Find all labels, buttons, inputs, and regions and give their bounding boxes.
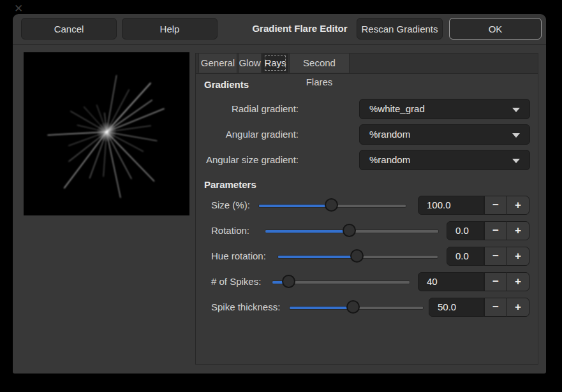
gradients-section-title: Gradients — [204, 79, 249, 90]
hue-rotation-row: Hue rotation: 0.0 − + — [13, 246, 546, 266]
chevron-down-icon — [512, 159, 520, 163]
tab-strip: General Glow Rays Second Flares — [196, 54, 538, 74]
tab-general[interactable]: General — [198, 54, 237, 73]
size-slider-fill — [259, 205, 332, 207]
close-icon[interactable]: ✕ — [14, 2, 23, 15]
angular-gradient-value: %random — [369, 129, 410, 140]
rotation-row: Rotation: 0.0 − + — [13, 221, 546, 241]
tab-focus-outline — [265, 55, 286, 71]
angular-size-gradient-value: %random — [369, 154, 410, 165]
screen: ✕ Cancel Help Gradient Flare Editor Resc… — [0, 0, 562, 392]
spike-thickness-slider[interactable] — [289, 306, 424, 310]
rescan-gradients-button[interactable]: Rescan Gradients — [357, 18, 443, 40]
tab-second-flares[interactable]: Second Flares — [289, 54, 350, 73]
size-value-field[interactable]: 100.0 — [418, 196, 484, 215]
minus-icon: − — [492, 275, 499, 287]
spikes-minus-button[interactable]: − — [484, 272, 507, 291]
spike-thickness-label: Spike thickness: — [211, 301, 280, 312]
spikes-value-field[interactable]: 40 — [418, 272, 484, 291]
header-bar: Cancel Help Gradient Flare Editor Rescan… — [13, 14, 546, 45]
hue-rotation-slider[interactable] — [277, 255, 438, 259]
tab-rays[interactable]: Rays — [262, 54, 288, 73]
ok-button[interactable]: OK — [449, 18, 542, 40]
spikes-slider[interactable] — [272, 280, 410, 284]
minus-icon: − — [492, 224, 499, 236]
dialog-title: Gradient Flare Editor — [223, 23, 376, 34]
spike-thickness-slider-fill — [290, 307, 353, 309]
plus-icon: + — [515, 224, 521, 236]
radial-gradient-label: Radial gradient: — [191, 103, 299, 114]
spikes-plus-button[interactable]: + — [507, 272, 529, 291]
tab-glow[interactable]: Glow — [238, 54, 262, 73]
rotation-plus-button[interactable]: + — [507, 221, 529, 240]
hue-rotation-slider-knob[interactable] — [350, 249, 364, 263]
hue-rotation-plus-button[interactable]: + — [507, 247, 529, 266]
size-minus-button[interactable]: − — [484, 196, 507, 215]
radial-gradient-row: Radial gradient: %white_grad — [13, 99, 546, 119]
hue-rotation-slider-fill — [278, 256, 357, 258]
spike-thickness-value-field[interactable]: 50.0 — [429, 298, 484, 317]
parameters-section-title: Parameters — [204, 179, 256, 190]
spike-thickness-row: Spike thickness: 50.0 − + — [13, 297, 546, 317]
size-label: Size (%): — [211, 200, 250, 210]
angular-size-gradient-label: Angular size gradient: — [191, 154, 299, 165]
rotation-slider-fill — [265, 230, 350, 233]
gradient-flare-editor-dialog: Cancel Help Gradient Flare Editor Rescan… — [13, 14, 546, 374]
plus-icon: + — [515, 301, 521, 313]
radial-gradient-dropdown[interactable]: %white_grad — [359, 99, 530, 119]
hue-rotation-minus-button[interactable]: − — [484, 247, 507, 266]
rotation-slider[interactable] — [265, 229, 439, 233]
spike-thickness-plus-button[interactable]: + — [507, 298, 529, 317]
minus-icon: − — [492, 301, 499, 313]
spikes-label: # of Spikes: — [211, 276, 261, 287]
size-slider[interactable] — [258, 204, 406, 208]
angular-gradient-row: Angular gradient: %random — [13, 124, 546, 145]
size-row: Size (%): 100.0 − + — [13, 195, 546, 215]
minus-icon: − — [492, 199, 499, 211]
cancel-button[interactable]: Cancel — [21, 18, 117, 40]
spike-thickness-minus-button[interactable]: − — [484, 298, 507, 317]
minus-icon: − — [492, 250, 499, 262]
rotation-minus-button[interactable]: − — [484, 221, 507, 240]
size-slider-knob[interactable] — [325, 198, 338, 212]
angular-gradient-label: Angular gradient: — [191, 129, 299, 140]
hue-rotation-value-field[interactable]: 0.0 — [447, 247, 484, 266]
spikes-slider-knob[interactable] — [282, 275, 295, 288]
spikes-row: # of Spikes: 40 − + — [13, 272, 546, 292]
plus-icon: + — [515, 199, 521, 211]
plus-icon: + — [515, 250, 521, 262]
spike-thickness-slider-knob[interactable] — [346, 300, 360, 314]
help-button[interactable]: Help — [122, 18, 218, 40]
angular-size-gradient-dropdown[interactable]: %random — [359, 150, 530, 170]
radial-gradient-value: %white_grad — [369, 103, 425, 114]
angular-size-gradient-row: Angular size gradient: %random — [13, 150, 546, 170]
rotation-slider-knob[interactable] — [343, 224, 356, 237]
chevron-down-icon — [512, 133, 520, 138]
hue-rotation-label: Hue rotation: — [211, 250, 266, 261]
rotation-value-field[interactable]: 0.0 — [447, 221, 484, 240]
size-plus-button[interactable]: + — [507, 196, 529, 215]
rotation-label: Rotation: — [211, 225, 249, 236]
angular-gradient-dropdown[interactable]: %random — [359, 124, 530, 145]
plus-icon: + — [515, 275, 521, 287]
chevron-down-icon — [512, 108, 520, 112]
